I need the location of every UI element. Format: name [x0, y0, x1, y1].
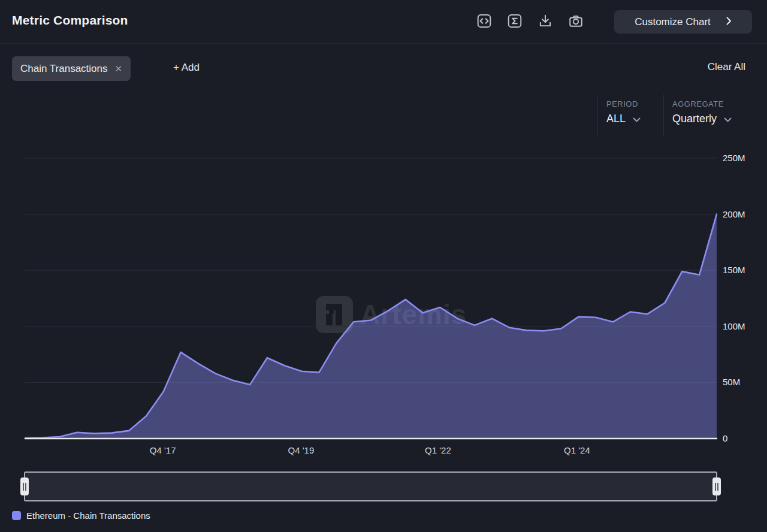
- legend: Ethereum - Chain Transactions: [12, 510, 150, 521]
- handle-grip: [717, 483, 718, 491]
- x-tick-label: Q1 '24: [550, 445, 604, 455]
- y-tick-label: 100M: [723, 321, 745, 331]
- handle-grip: [25, 483, 26, 491]
- minimap-right-handle[interactable]: [712, 477, 721, 495]
- range-minimap[interactable]: [24, 471, 717, 501]
- handle-grip: [23, 483, 24, 491]
- x-tick-label: Q1 '22: [411, 445, 465, 455]
- x-tick-label: Q4 '19: [274, 445, 328, 455]
- y-tick-label: 200M: [723, 209, 745, 219]
- y-tick-label: 0: [723, 433, 727, 443]
- minimap-left-handle[interactable]: [20, 477, 29, 495]
- chain-transactions-area-chart[interactable]: [0, 0, 767, 532]
- legend-label: Ethereum - Chain Transactions: [26, 510, 150, 521]
- y-tick-label: 50M: [723, 377, 740, 387]
- handle-grip: [715, 483, 716, 491]
- legend-swatch: [12, 511, 21, 520]
- y-tick-label: 250M: [723, 153, 745, 163]
- metric-comparison-page: Metric Comparison Customize Chart: [0, 0, 767, 532]
- x-tick-label: Q4 '17: [136, 445, 190, 455]
- y-tick-label: 150M: [723, 265, 745, 275]
